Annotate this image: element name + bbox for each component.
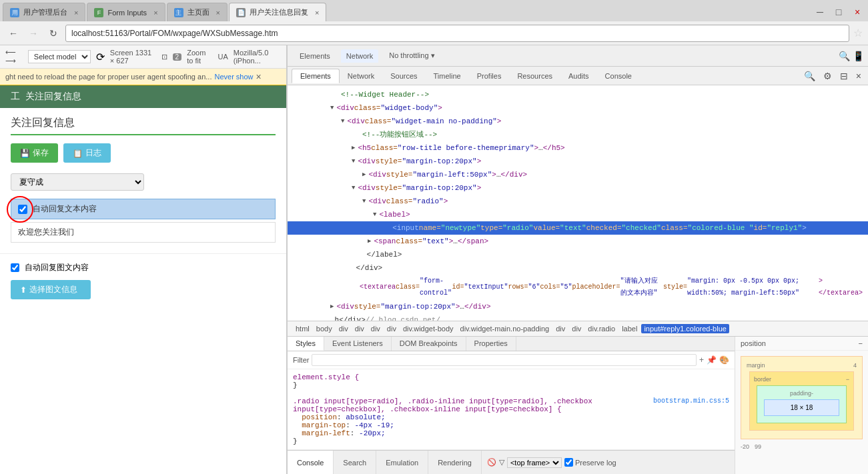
bottom-section: 自动回复图文内容 ⬆ 选择图文信息 (0, 253, 286, 307)
code-panel[interactable]: <!--Widget Header--> ▼<div class="widget… (288, 85, 868, 321)
devtools-search-icon[interactable]: 🔍 (801, 69, 818, 83)
breadcrumb-div5[interactable]: div (553, 324, 568, 333)
tab-3[interactable]: 主 主页面 × (167, 3, 228, 21)
toggle-icon[interactable]: 📌 (707, 355, 717, 365)
tab-network-throttle-label[interactable]: No throttling ▾ (381, 49, 442, 63)
rotate-icon[interactable]: ⟳ (96, 51, 105, 63)
styles-tab-dom-breakpoints[interactable]: DOM Breakpoints (392, 337, 466, 351)
styles-tab-properties[interactable]: Properties (466, 337, 516, 351)
devtools-close-icon[interactable]: × (853, 69, 864, 83)
devtools-tab-network[interactable]: Network (340, 69, 382, 83)
console-tab-console[interactable]: Console (288, 451, 334, 474)
code-line-13: </label> (288, 248, 868, 261)
back-button[interactable]: ← (5, 25, 21, 41)
filter-input[interactable] (312, 354, 697, 366)
auto-image-checkbox[interactable] (11, 263, 19, 272)
console-tab-search[interactable]: Search (334, 451, 376, 474)
code-line-10[interactable]: ▼<label> (288, 208, 868, 221)
position-minus[interactable]: − (859, 339, 863, 347)
code-line-8[interactable]: ▼<div style="margin-top:20px"> (288, 181, 868, 195)
code-line-12[interactable]: ▶<span class="text">…</span> (288, 235, 868, 248)
device-mode-icon[interactable]: 📱 (853, 51, 864, 61)
filter-icon[interactable]: ▽ (499, 458, 504, 467)
tab-2[interactable]: F Form Inputs × (87, 3, 165, 21)
devtools-tab-profiles[interactable]: Profiles (469, 69, 510, 83)
breadcrumb-div1[interactable]: div (336, 324, 351, 333)
code-line-15[interactable]: <textarea class="form-control" id="textI… (288, 275, 868, 300)
list-item-1[interactable]: 自动回复文本内容 (11, 199, 276, 219)
devtools-tab-resources[interactable]: Resources (509, 69, 560, 83)
minimize-button[interactable]: ─ (812, 4, 828, 20)
close-window-button[interactable]: × (849, 4, 865, 20)
filter-bar: Filter + 📌 🎨 (288, 351, 735, 369)
tab-4-close[interactable]: × (315, 9, 319, 17)
add-rule-icon[interactable]: + (699, 355, 704, 365)
devtools-tab-elements[interactable]: Elements (292, 69, 340, 83)
color-format-icon[interactable]: 🎨 (719, 355, 729, 365)
code-line-3[interactable]: ▼<div class="widget-main no-padding"> (288, 115, 868, 128)
list-item-2[interactable]: 欢迎您关注我们 (11, 222, 276, 243)
reload-button[interactable]: ↻ (45, 25, 61, 41)
preserve-log-checkbox[interactable] (564, 458, 573, 467)
app-body: 关注回复信息 💾 保存 📋 日志 夏守成 (0, 108, 286, 253)
log-button[interactable]: 📋 日志 (63, 143, 111, 163)
console-tab-emulation[interactable]: Emulation (376, 451, 428, 474)
browser-window: 用 用户管理后台 × F Form Inputs × 主 主页面 × 📄 用户关… (0, 0, 868, 474)
tab-2-icon: F (94, 8, 103, 17)
css-file-link[interactable]: bootstrap.min.css:5 (653, 397, 729, 405)
styles-tab-styles[interactable]: Styles (288, 337, 324, 351)
devtools-tab-timeline[interactable]: Timeline (426, 69, 469, 83)
frame-select[interactable]: <top frame> (507, 457, 562, 468)
tab-network-throttle[interactable]: Network (341, 49, 378, 63)
auto-image-row: 自动回复图文内容 (11, 262, 276, 273)
breadcrumb-label[interactable]: label (619, 324, 640, 333)
breadcrumb-html[interactable]: html (293, 324, 312, 333)
code-line-6[interactable]: ▼<div style="margin-top:20px"> (288, 155, 868, 168)
breadcrumb-div6[interactable]: div (569, 324, 584, 333)
bookmark-icon[interactable]: ☆ (853, 27, 863, 39)
maximize-button[interactable]: □ (831, 4, 847, 20)
log-label: 日志 (85, 147, 101, 159)
tab-2-close[interactable]: × (153, 9, 157, 17)
devtools-tab-audits[interactable]: Audits (560, 69, 597, 83)
breadcrumb-body[interactable]: body (314, 324, 335, 333)
inspect-icon[interactable]: 🔍 (839, 51, 850, 61)
code-line-9[interactable]: ▼<div class="radio"> (288, 195, 868, 208)
breadcrumb-radio[interactable]: div.radio (585, 324, 618, 333)
devtools-settings-icon[interactable]: ⚙ (821, 69, 835, 83)
zoom-fit-label[interactable]: Zoom to fit (187, 49, 212, 65)
no-entry-icon[interactable]: 🚫 (487, 458, 496, 467)
breadcrumb-widget-body[interactable]: div.widget-body (400, 324, 456, 333)
breadcrumb-div2[interactable]: div (352, 324, 367, 333)
breadcrumb-div3[interactable]: div (368, 324, 383, 333)
user-select[interactable]: 夏守成 (11, 173, 144, 191)
notification-close-button[interactable]: × (256, 71, 262, 82)
code-line-7[interactable]: ▶<div style="margin-left:50px">…</div> (288, 168, 868, 181)
console-tab-rendering[interactable]: Rendering (428, 451, 482, 474)
code-line-5[interactable]: ▶<h5 class="row-title before-themeprimar… (288, 141, 868, 155)
forward-button[interactable]: → (25, 25, 41, 41)
code-line-16[interactable]: ▶<div style="margin-top:20px">…</div> (288, 300, 868, 313)
breadcrumb-input[interactable]: input#reply1.colored-blue (641, 324, 729, 333)
screenshot-icon[interactable]: ⊡ (161, 53, 167, 61)
device-select[interactable]: Select model (28, 50, 91, 63)
tab-elements[interactable]: Elements (292, 49, 338, 63)
tab-1[interactable]: 用 用户管理后台 × (3, 3, 85, 21)
tab-3-close[interactable]: × (216, 9, 220, 17)
breadcrumb-widget-main[interactable]: div.widget-main.no-padding (458, 324, 552, 333)
code-line-11-highlighted[interactable]: <input name="newtype" type="radio" value… (288, 221, 868, 235)
devtools-tab-sources[interactable]: Sources (382, 69, 425, 83)
never-show-link[interactable]: Never show (214, 73, 253, 81)
select-image-button[interactable]: ⬆ 选择图文信息 (11, 280, 91, 299)
url-input[interactable] (65, 25, 849, 42)
tab-4[interactable]: 📄 用户关注信息回复 × (229, 3, 326, 21)
breadcrumb-div4[interactable]: div (384, 324, 399, 333)
tab-1-close[interactable]: × (74, 9, 78, 17)
list-item-1-checkbox[interactable] (18, 205, 27, 214)
devtools-dock-icon[interactable]: ⊟ (837, 69, 851, 83)
tab-2-label: Form Inputs (107, 9, 147, 17)
styles-tab-event-listeners[interactable]: Event Listeners (324, 337, 392, 351)
save-button[interactable]: 💾 保存 (11, 143, 58, 163)
code-line-2[interactable]: ▼<div class="widget-body"> (288, 101, 868, 115)
devtools-tab-console[interactable]: Console (597, 69, 640, 83)
